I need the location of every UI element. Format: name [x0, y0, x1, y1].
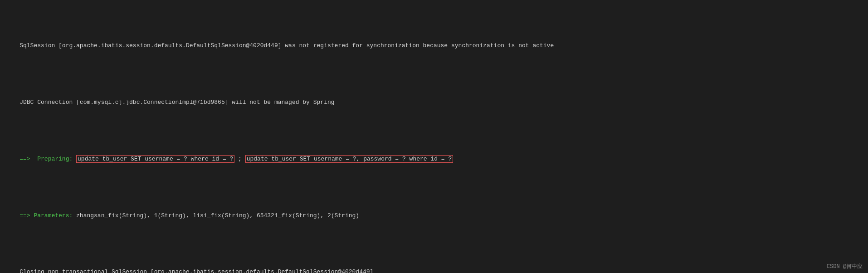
params-arrow: ==> Parameters:	[20, 212, 76, 219]
line-3-preparing: ==> Preparing: update tb_user SET userna…	[5, 145, 863, 173]
sql-box-1: update tb_user SET username = ? where id…	[76, 155, 234, 163]
footer-brand: CSDN @何中应	[827, 263, 863, 270]
separator: ;	[234, 156, 245, 162]
line-5: Closing non transactional SqlSession [or…	[5, 258, 863, 273]
params-text: zhangsan_fix(String), 1(String), lisi_fi…	[76, 212, 359, 219]
line-2: JDBC Connection [com.mysql.cj.jdbc.Conne…	[5, 88, 863, 117]
line-5-text: Closing non transactional SqlSession [or…	[20, 268, 373, 273]
line-1-text: SqlSession [org.apache.ibatis.session.de…	[20, 42, 554, 49]
line-2-text: JDBC Connection [com.mysql.cj.jdbc.Conne…	[20, 99, 334, 106]
line-1: SqlSession [org.apache.ibatis.session.de…	[5, 32, 863, 60]
log-container: SqlSession [org.apache.ibatis.session.de…	[5, 4, 863, 273]
line-4-params: ==> Parameters: zhangsan_fix(String), 1(…	[5, 202, 863, 230]
sql-box-2: update tb_user SET username = ?, passwor…	[245, 155, 453, 163]
preparing-arrow: ==> Preparing:	[20, 156, 76, 162]
